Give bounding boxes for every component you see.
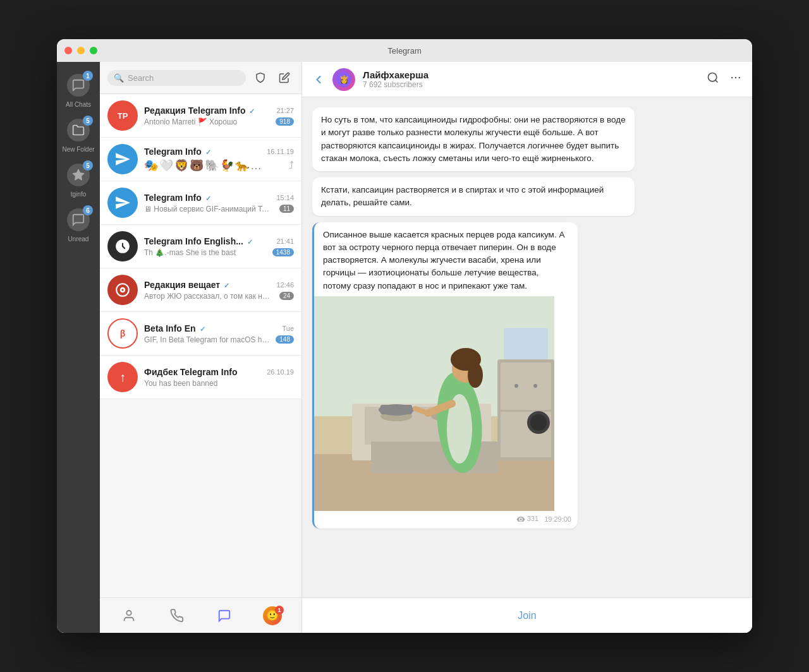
maximize-button[interactable] bbox=[90, 47, 97, 54]
tginfo-label: tginfo bbox=[71, 191, 86, 198]
chat-list-bottom: 🙂 1 bbox=[100, 597, 301, 633]
chat-item[interactable]: Telegram Info English... ✓ 21:41 Th 🎄.-m… bbox=[100, 225, 301, 268]
chat-preview: Antonio Marreti 🚩 Хорошо bbox=[144, 117, 237, 126]
avatar: β bbox=[107, 318, 138, 349]
search-icon: 🔍 bbox=[114, 73, 124, 83]
sidebar-item-all-chats[interactable]: 1 All Chats bbox=[57, 67, 100, 112]
join-bar: Join bbox=[302, 597, 752, 633]
message-bubble: Но суть в том, что капсаициноиды гидрофо… bbox=[312, 107, 635, 171]
chat-header-actions bbox=[707, 71, 742, 87]
chat-header-row: Telegram Info ✓ 15:14 bbox=[144, 193, 294, 203]
chat-badge: 11 bbox=[279, 205, 294, 213]
profile-icon[interactable]: 🙂 1 bbox=[260, 603, 285, 628]
chats-bottom-icon[interactable] bbox=[212, 603, 237, 628]
chat-item[interactable]: TP Редакция Telegram Info ✓ 21:27 Antoni… bbox=[100, 94, 301, 138]
chat-preview-row: 🎭🤍🦁🐻🐘🐓🐆🦢🦩... ⤴ bbox=[144, 159, 294, 172]
privacy-icon[interactable] bbox=[251, 68, 270, 87]
svg-point-33 bbox=[514, 384, 518, 388]
svg-line-9 bbox=[715, 80, 718, 83]
chat-item[interactable]: ↑ Фидбек Telegram Info 26.10.19 You has … bbox=[100, 356, 301, 399]
avatar bbox=[107, 275, 138, 305]
search-input-wrap[interactable]: 🔍 bbox=[107, 70, 246, 86]
svg-point-8 bbox=[709, 73, 717, 81]
chat-header-row: Telegram Info ✓ 16.11.19 bbox=[144, 147, 294, 157]
sidebar-item-tginfo[interactable]: 5 tginfo bbox=[57, 157, 100, 201]
chat-preview: Th 🎄.-mas She is the bast bbox=[144, 248, 236, 257]
chat-preview: 🖥 Новый сервис GIF-анимаций Telegram отк… bbox=[144, 205, 271, 213]
chat-preview: GIF, In Beta Telegram for macOS has the … bbox=[144, 335, 271, 344]
join-button[interactable]: Join bbox=[518, 610, 536, 621]
message-time: 19:29:00 bbox=[544, 515, 571, 523]
message-views: 331 bbox=[516, 513, 538, 524]
chat-content: Telegram Info English... ✓ 21:41 Th 🎄.-m… bbox=[144, 236, 294, 257]
svg-point-27 bbox=[468, 363, 483, 388]
svg-rect-22 bbox=[380, 405, 412, 414]
chat-item[interactable]: Telegram Info ✓ 16.11.19 🎭🤍🦁🐻🐘🐓🐆🦢🦩... ⤴ bbox=[100, 138, 301, 181]
app-body: 1 All Chats 5 New Folder bbox=[57, 62, 752, 633]
compose-icon[interactable] bbox=[275, 68, 294, 87]
channel-info: Лайфхакерша 7 692 subscribers bbox=[363, 69, 699, 89]
minimize-button[interactable] bbox=[77, 47, 85, 54]
chat-time: 12:46 bbox=[276, 281, 294, 289]
svg-marker-0 bbox=[73, 169, 84, 180]
search-chat-icon[interactable] bbox=[707, 71, 719, 87]
sidebar-item-new-folder[interactable]: 5 New Folder bbox=[57, 112, 100, 157]
chat-header-row: Beta Info En ✓ Tue bbox=[144, 323, 294, 333]
new-folder-badge: 5 bbox=[83, 116, 93, 126]
channel-name: Лайфхакерша bbox=[363, 69, 699, 80]
chat-item[interactable]: Telegram Info ✓ 15:14 🖥 Новый сервис GIF… bbox=[100, 181, 301, 225]
chat-header-row: Telegram Info English... ✓ 21:41 bbox=[144, 236, 294, 246]
chat-preview: 🎭🤍🦁🐻🐘🐓🐆🦢🦩... bbox=[144, 159, 271, 172]
unread-label: Unread bbox=[68, 236, 89, 243]
sidebar-item-unread[interactable]: 6 Unread bbox=[57, 201, 100, 246]
sidebar: 1 All Chats 5 New Folder bbox=[57, 62, 100, 633]
calls-icon[interactable] bbox=[164, 603, 190, 628]
chat-main: 👸 Лайфхакерша 7 692 subscribers bbox=[302, 62, 752, 633]
window-title: Telegram bbox=[387, 46, 421, 56]
toolbar-icons bbox=[251, 68, 294, 87]
message-text: Кстати, капсаицин растворяется и в спирт… bbox=[321, 185, 604, 207]
avatar bbox=[107, 231, 138, 261]
chat-item[interactable]: Редакция вещает ✓ 12:46 Автор ЖЮ рассказ… bbox=[100, 268, 301, 312]
chat-badge: 148 bbox=[276, 335, 294, 344]
titlebar: Telegram bbox=[57, 39, 752, 62]
chat-preview-row: GIF, In Beta Telegram for macOS has the … bbox=[144, 335, 294, 344]
tginfo-badge: 5 bbox=[83, 160, 93, 171]
sidebar-icon-wrap-new-folder: 5 bbox=[64, 116, 93, 145]
window-controls bbox=[64, 47, 97, 54]
all-chats-label: All Chats bbox=[66, 101, 91, 108]
message-meta: 331 19:29:00 bbox=[314, 511, 578, 529]
chat-list: TP Редакция Telegram Info ✓ 21:27 Antoni… bbox=[100, 94, 301, 597]
sidebar-icon-wrap-all-chats: 1 bbox=[64, 71, 93, 100]
chat-name: Telegram Info ✓ bbox=[144, 147, 211, 157]
chat-item[interactable]: β Beta Info En ✓ Tue GIF, In Beta Telegr… bbox=[100, 312, 301, 356]
message-bubble-with-image: Описанное выше касается красных перцев р… bbox=[312, 222, 578, 529]
chat-name: Beta Info En ✓ bbox=[144, 323, 205, 333]
contacts-icon[interactable] bbox=[116, 603, 142, 628]
back-button[interactable] bbox=[312, 73, 325, 86]
search-bar: 🔍 bbox=[100, 62, 301, 94]
unread-badge: 6 bbox=[83, 205, 93, 215]
new-folder-label: New Folder bbox=[62, 146, 94, 153]
chat-header-row: Редакция вещает ✓ 12:46 bbox=[144, 280, 294, 290]
chat-time: 15:14 bbox=[276, 194, 294, 201]
message-image bbox=[314, 296, 554, 511]
close-button[interactable] bbox=[64, 47, 72, 54]
message-bubble: Кстати, капсаицин растворяется и в спирт… bbox=[312, 177, 635, 216]
channel-subscribers: 7 692 subscribers bbox=[363, 80, 699, 89]
svg-point-37 bbox=[530, 414, 547, 431]
more-options-icon[interactable] bbox=[729, 71, 742, 87]
chat-content: Редакция Telegram Info ✓ 21:27 Antonio M… bbox=[144, 105, 294, 126]
svg-point-5 bbox=[126, 610, 131, 615]
chat-content: Фидбек Telegram Info 26.10.19 You has be… bbox=[144, 367, 294, 388]
chat-preview-row: Antonio Marreti 🚩 Хорошо 918 bbox=[144, 117, 294, 126]
chat-time: Tue bbox=[282, 325, 294, 332]
sidebar-icon-wrap-tginfo: 5 bbox=[64, 160, 93, 189]
search-input[interactable] bbox=[128, 73, 240, 83]
svg-rect-31 bbox=[501, 363, 551, 410]
chat-preview: You has been banned bbox=[144, 379, 217, 388]
message-text: Но суть в том, что капсаициноиды гидрофо… bbox=[321, 115, 626, 163]
svg-point-4 bbox=[121, 289, 123, 291]
avatar: TP bbox=[107, 100, 138, 131]
sidebar-icon-wrap-unread: 6 bbox=[64, 205, 93, 234]
